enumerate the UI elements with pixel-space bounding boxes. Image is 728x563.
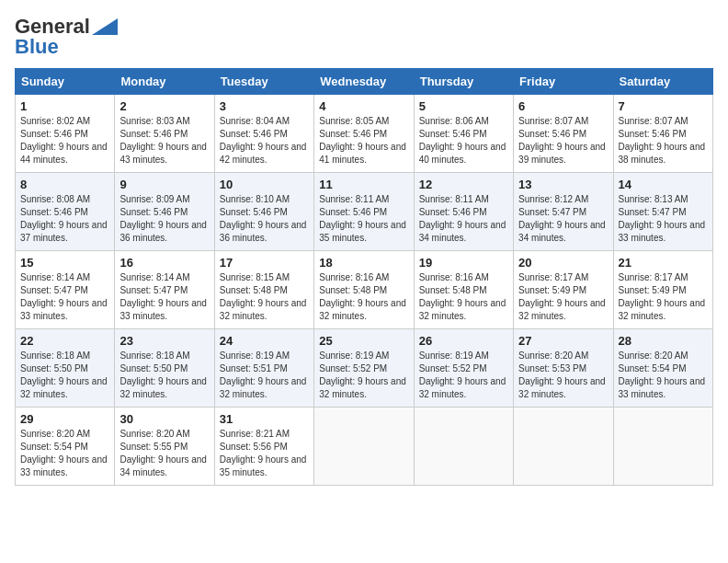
table-row: 20Sunrise: 8:17 AMSunset: 5:49 PMDayligh…: [514, 251, 613, 329]
day-info: Sunrise: 8:18 AMSunset: 5:50 PMDaylight:…: [20, 350, 109, 401]
calendar-week-row: 29Sunrise: 8:20 AMSunset: 5:54 PMDayligh…: [16, 408, 713, 486]
day-number: 29: [20, 412, 109, 426]
table-row: 30Sunrise: 8:20 AMSunset: 5:55 PMDayligh…: [115, 408, 214, 486]
table-row: 28Sunrise: 8:20 AMSunset: 5:54 PMDayligh…: [613, 329, 712, 408]
table-row: 12Sunrise: 8:11 AMSunset: 5:46 PMDayligh…: [414, 173, 513, 251]
table-row: 8Sunrise: 8:08 AMSunset: 5:46 PMDaylight…: [16, 173, 115, 251]
col-saturday: Saturday: [613, 69, 712, 95]
table-row: 27Sunrise: 8:20 AMSunset: 5:53 PMDayligh…: [514, 329, 613, 408]
day-number: 17: [220, 256, 309, 270]
day-info: Sunrise: 8:19 AMSunset: 5:51 PMDaylight:…: [220, 350, 309, 401]
day-number: 14: [619, 178, 708, 191]
calendar-week-row: 1Sunrise: 8:02 AMSunset: 5:46 PMDaylight…: [16, 95, 713, 173]
table-row: 16Sunrise: 8:14 AMSunset: 5:47 PMDayligh…: [115, 251, 214, 329]
day-info: Sunrise: 8:08 AMSunset: 5:46 PMDaylight:…: [20, 193, 109, 245]
calendar-header-row: Sunday Monday Tuesday Wednesday Thursday…: [16, 69, 713, 95]
day-info: Sunrise: 8:17 AMSunset: 5:49 PMDaylight:…: [619, 271, 708, 323]
day-info: Sunrise: 8:13 AMSunset: 5:47 PMDaylight:…: [619, 193, 708, 245]
day-number: 27: [518, 334, 608, 348]
calendar-week-row: 22Sunrise: 8:18 AMSunset: 5:50 PMDayligh…: [16, 329, 713, 408]
day-info: Sunrise: 8:15 AMSunset: 5:48 PMDaylight:…: [220, 271, 309, 323]
day-info: Sunrise: 8:11 AMSunset: 5:46 PMDaylight:…: [419, 193, 508, 245]
day-number: 8: [20, 178, 109, 191]
svg-marker-0: [92, 18, 118, 35]
table-row: 24Sunrise: 8:19 AMSunset: 5:51 PMDayligh…: [214, 329, 313, 408]
day-number: 5: [419, 99, 508, 113]
table-row: 2Sunrise: 8:03 AMSunset: 5:46 PMDaylight…: [115, 95, 214, 173]
page-header: General Blue: [15, 15, 713, 59]
day-info: Sunrise: 8:07 AMSunset: 5:46 PMDaylight:…: [518, 115, 608, 167]
day-info: Sunrise: 8:14 AMSunset: 5:47 PMDaylight:…: [119, 271, 209, 323]
table-row: 26Sunrise: 8:19 AMSunset: 5:52 PMDayligh…: [414, 329, 513, 408]
table-row: 6Sunrise: 8:07 AMSunset: 5:46 PMDaylight…: [514, 95, 613, 173]
day-info: Sunrise: 8:20 AMSunset: 5:53 PMDaylight:…: [518, 350, 608, 401]
day-number: 23: [119, 334, 209, 348]
day-number: 2: [119, 99, 209, 113]
day-number: 16: [119, 256, 209, 270]
day-number: 28: [619, 334, 708, 348]
table-row: 11Sunrise: 8:11 AMSunset: 5:46 PMDayligh…: [314, 173, 414, 251]
table-row: 10Sunrise: 8:10 AMSunset: 5:46 PMDayligh…: [214, 173, 313, 251]
day-number: 12: [419, 178, 508, 191]
col-sunday: Sunday: [16, 69, 115, 95]
table-row: 15Sunrise: 8:14 AMSunset: 5:47 PMDayligh…: [16, 251, 115, 329]
table-row: 31Sunrise: 8:21 AMSunset: 5:56 PMDayligh…: [214, 408, 313, 486]
col-monday: Monday: [115, 69, 214, 95]
day-number: 13: [518, 178, 608, 191]
table-row: 13Sunrise: 8:12 AMSunset: 5:47 PMDayligh…: [514, 173, 613, 251]
table-row: 17Sunrise: 8:15 AMSunset: 5:48 PMDayligh…: [214, 251, 313, 329]
table-row: 5Sunrise: 8:06 AMSunset: 5:46 PMDaylight…: [414, 95, 513, 173]
day-info: Sunrise: 8:11 AMSunset: 5:46 PMDaylight:…: [319, 193, 408, 245]
day-info: Sunrise: 8:07 AMSunset: 5:46 PMDaylight:…: [619, 115, 708, 167]
day-info: Sunrise: 8:09 AMSunset: 5:46 PMDaylight:…: [119, 193, 209, 245]
table-row: 14Sunrise: 8:13 AMSunset: 5:47 PMDayligh…: [613, 173, 712, 251]
day-number: 15: [20, 256, 109, 270]
logo-icon: [92, 18, 118, 35]
table-row: 23Sunrise: 8:18 AMSunset: 5:50 PMDayligh…: [115, 329, 214, 408]
table-row: 1Sunrise: 8:02 AMSunset: 5:46 PMDaylight…: [16, 95, 115, 173]
table-row: 29Sunrise: 8:20 AMSunset: 5:54 PMDayligh…: [16, 408, 115, 486]
day-number: 22: [20, 334, 109, 348]
day-info: Sunrise: 8:18 AMSunset: 5:50 PMDaylight:…: [119, 350, 209, 401]
day-number: 6: [518, 99, 608, 113]
day-number: 18: [319, 256, 408, 270]
day-info: Sunrise: 8:19 AMSunset: 5:52 PMDaylight:…: [419, 350, 508, 401]
logo-blue: Blue: [15, 35, 59, 59]
logo: General Blue: [15, 15, 118, 59]
table-row: 9Sunrise: 8:09 AMSunset: 5:46 PMDaylight…: [115, 173, 214, 251]
table-row: 3Sunrise: 8:04 AMSunset: 5:46 PMDaylight…: [214, 95, 313, 173]
day-number: 3: [220, 99, 309, 113]
day-info: Sunrise: 8:16 AMSunset: 5:48 PMDaylight:…: [319, 271, 408, 323]
day-info: Sunrise: 8:12 AMSunset: 5:47 PMDaylight:…: [518, 193, 608, 245]
col-tuesday: Tuesday: [214, 69, 313, 95]
day-number: 31: [220, 412, 309, 426]
table-row: 7Sunrise: 8:07 AMSunset: 5:46 PMDaylight…: [613, 95, 712, 173]
table-row: 21Sunrise: 8:17 AMSunset: 5:49 PMDayligh…: [613, 251, 712, 329]
day-info: Sunrise: 8:17 AMSunset: 5:49 PMDaylight:…: [518, 271, 608, 323]
day-number: 9: [119, 178, 209, 191]
day-info: Sunrise: 8:10 AMSunset: 5:46 PMDaylight:…: [220, 193, 309, 245]
day-number: 10: [220, 178, 309, 191]
day-info: Sunrise: 8:21 AMSunset: 5:56 PMDaylight:…: [220, 428, 309, 479]
col-thursday: Thursday: [414, 69, 513, 95]
calendar-week-row: 8Sunrise: 8:08 AMSunset: 5:46 PMDaylight…: [16, 173, 713, 251]
day-number: 24: [220, 334, 309, 348]
day-number: 25: [319, 334, 408, 348]
day-info: Sunrise: 8:20 AMSunset: 5:55 PMDaylight:…: [119, 428, 209, 479]
calendar-week-row: 15Sunrise: 8:14 AMSunset: 5:47 PMDayligh…: [16, 251, 713, 329]
table-row: [613, 408, 712, 486]
table-row: [314, 408, 414, 486]
day-number: 26: [419, 334, 508, 348]
day-info: Sunrise: 8:14 AMSunset: 5:47 PMDaylight:…: [20, 271, 109, 323]
day-info: Sunrise: 8:16 AMSunset: 5:48 PMDaylight:…: [419, 271, 508, 323]
day-info: Sunrise: 8:04 AMSunset: 5:46 PMDaylight:…: [220, 115, 309, 167]
calendar-table: Sunday Monday Tuesday Wednesday Thursday…: [15, 68, 713, 486]
day-number: 4: [319, 99, 408, 113]
col-wednesday: Wednesday: [314, 69, 414, 95]
day-info: Sunrise: 8:05 AMSunset: 5:46 PMDaylight:…: [319, 115, 408, 167]
day-info: Sunrise: 8:03 AMSunset: 5:46 PMDaylight:…: [119, 115, 209, 167]
day-number: 1: [20, 99, 109, 113]
day-info: Sunrise: 8:20 AMSunset: 5:54 PMDaylight:…: [619, 350, 708, 401]
day-number: 7: [619, 99, 708, 113]
day-info: Sunrise: 8:19 AMSunset: 5:52 PMDaylight:…: [319, 350, 408, 401]
